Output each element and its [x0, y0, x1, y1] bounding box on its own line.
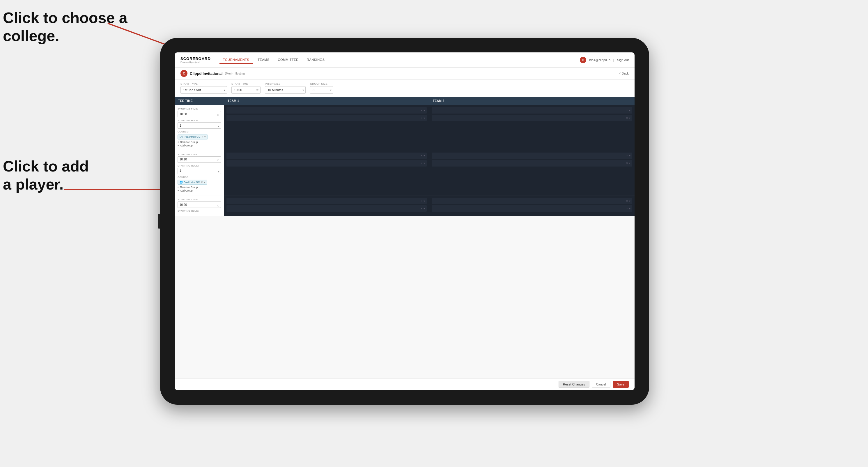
- player-slot-x-3-2[interactable]: ×: [421, 162, 422, 165]
- team1-cell-1: × ▾ × ▾: [224, 105, 429, 150]
- add-group-btn-1[interactable]: + Add Group: [178, 144, 221, 147]
- starting-time-input-wrap-3: ⏱: [178, 201, 221, 210]
- add-group-btn-2[interactable]: + Add Group: [178, 189, 221, 192]
- player-slot-arrow-1-2[interactable]: ▾: [424, 117, 425, 120]
- course-tag-expand-2[interactable]: ▾: [204, 181, 205, 184]
- player-slot-2-1[interactable]: × ▾: [432, 107, 632, 114]
- nav-links: TOURNAMENTS TEAMS COMMITTEE RANKINGS: [219, 56, 580, 64]
- player-slot-2-2[interactable]: × ▾: [432, 115, 632, 121]
- save-button[interactable]: Save: [613, 381, 629, 388]
- player-slot-x-1-2[interactable]: ×: [421, 117, 422, 120]
- player-slot-arrow-5-1[interactable]: ▾: [424, 199, 425, 203]
- player-slot-x-5-1[interactable]: ×: [421, 199, 422, 203]
- player-slot-arrow-6-1[interactable]: ▾: [629, 199, 630, 203]
- course-tag-expand-1[interactable]: ▾: [204, 135, 206, 138]
- tee-time-left-3: STARTING TIME: ⏱ STARTING HOLE:: [175, 195, 224, 216]
- remove-group-label-1: Remove Group: [180, 141, 198, 144]
- course-tag-remove-2[interactable]: ×: [201, 181, 203, 184]
- starting-hole-select-wrap-2: 1: [178, 168, 221, 176]
- user-avatar: B: [580, 57, 586, 63]
- brand: SCOREBOARD Powered by clippd: [181, 57, 211, 63]
- nav-committee[interactable]: COMMITTEE: [275, 56, 302, 64]
- team2-cell-1: × ▾ × ▾: [429, 105, 634, 150]
- annotation-bottom: Click to add a player.: [3, 157, 89, 194]
- intervals-select-wrap: 10 Minutes: [265, 86, 306, 94]
- main-content[interactable]: STARTING TIME: ⏱ STARTING HOLE: 1 COURSE…: [175, 105, 634, 378]
- course-tags-1: (A) Peachtree GC × ▾: [178, 134, 221, 141]
- player-slot-6-2[interactable]: × ▾: [432, 205, 632, 212]
- player-slot-x-2-2[interactable]: ×: [626, 117, 628, 120]
- tournament-gender: (Men): [225, 72, 232, 75]
- tablet-shell: SCOREBOARD Powered by clippd TOURNAMENTS…: [160, 38, 649, 405]
- footer-bar: Reset Changes Cancel Save: [175, 378, 634, 390]
- group-size-select[interactable]: 3: [310, 86, 333, 94]
- player-slot-6-1[interactable]: × ▾: [432, 198, 632, 204]
- course-tag-remove-1[interactable]: ×: [202, 135, 204, 138]
- clock-icon: ⏱: [256, 89, 259, 91]
- intervals-select[interactable]: 10 Minutes: [265, 86, 306, 94]
- starting-hole-select-1[interactable]: 1: [178, 122, 221, 129]
- team2-cell-2: × ▾ × ▾: [429, 150, 634, 195]
- player-slot-arrow-4-2[interactable]: ▾: [629, 162, 630, 165]
- player-slot-arrow-6-2[interactable]: ▾: [629, 207, 630, 210]
- starting-time-input-3[interactable]: [178, 201, 221, 208]
- starting-time-input-1[interactable]: [178, 111, 221, 117]
- remove-group-btn-1[interactable]: ○ Remove Group: [178, 141, 221, 144]
- starting-time-input-2[interactable]: [178, 156, 221, 163]
- remove-group-label-2: Remove Group: [180, 186, 198, 189]
- player-slot-1-2[interactable]: × ▾: [226, 115, 427, 121]
- player-slot-4-2[interactable]: × ▾: [432, 160, 632, 166]
- tournament-hosting: Hosting: [235, 72, 245, 75]
- nav-tournaments[interactable]: TOURNAMENTS: [219, 56, 253, 64]
- tee-time-row-1: STARTING TIME: ⏱ STARTING HOLE: 1 COURSE…: [175, 105, 634, 150]
- start-type-select[interactable]: 1st Tee Start: [181, 86, 227, 94]
- tournament-logo: C: [181, 70, 187, 77]
- annotation-top: Click to choose a college.: [3, 9, 127, 45]
- player-slot-3-1[interactable]: × ▾: [226, 153, 427, 159]
- player-slot-x-1-1[interactable]: ×: [421, 109, 422, 112]
- player-slot-arrow-3-1[interactable]: ▾: [424, 154, 425, 157]
- player-slot-3-2[interactable]: × ▾: [226, 160, 427, 166]
- player-slot-arrow-5-2[interactable]: ▾: [424, 207, 425, 210]
- player-slot-5-2[interactable]: × ▾: [226, 205, 427, 212]
- annotation-bottom-line1: Click to add: [3, 158, 89, 175]
- player-slot-1-1[interactable]: × ▾: [226, 107, 427, 114]
- nav-rankings[interactable]: RANKINGS: [303, 56, 328, 64]
- back-button[interactable]: < Back: [619, 72, 629, 75]
- add-group-label-2: Add Group: [180, 189, 193, 192]
- starting-time-input-wrap-2: ⏱: [178, 156, 221, 164]
- tablet-side-button[interactable]: [158, 214, 160, 228]
- player-slot-x-5-2[interactable]: ×: [421, 207, 422, 210]
- player-slot-arrow-2-2[interactable]: ▾: [629, 117, 630, 120]
- nav-teams[interactable]: TEAMS: [254, 56, 273, 64]
- clock-icon-3: ⏱: [217, 204, 219, 207]
- player-slot-arrow-3-2[interactable]: ▾: [424, 162, 425, 165]
- player-slot-arrow-4-1[interactable]: ▾: [629, 154, 630, 157]
- player-slot-5-1[interactable]: × ▾: [226, 198, 427, 204]
- table-header: Tee Time Team 1 Team 2: [175, 97, 634, 105]
- cancel-button[interactable]: Cancel: [592, 381, 610, 388]
- player-slot-4-1[interactable]: × ▾: [432, 153, 632, 159]
- player-slot-x-2-1[interactable]: ×: [626, 109, 628, 112]
- player-slot-x-4-1[interactable]: ×: [626, 154, 628, 157]
- reset-button[interactable]: Reset Changes: [559, 381, 589, 388]
- start-time-label: Start Time: [231, 83, 260, 85]
- add-group-label-1: Add Group: [180, 144, 193, 147]
- start-type-label: Start Type: [181, 83, 227, 85]
- user-email: blair@clippd.io: [589, 58, 610, 62]
- player-slot-arrow-2-1[interactable]: ▾: [629, 109, 630, 112]
- annotation-bottom-line2: a player.: [3, 176, 63, 193]
- sub-header: C Clippd Invitational (Men) Hosting < Ba…: [175, 67, 634, 80]
- starting-hole-select-2[interactable]: 1: [178, 168, 221, 174]
- sign-out-link[interactable]: Sign out: [617, 58, 629, 62]
- team1-cell-2: × ▾ × ▾: [224, 150, 429, 195]
- remove-group-btn-2[interactable]: ○ Remove Group: [178, 186, 221, 189]
- start-time-input-wrap: ⏱: [231, 86, 260, 94]
- player-slot-arrow-1-1[interactable]: ▾: [424, 109, 425, 112]
- group-size-label: Group Size: [310, 83, 333, 85]
- player-slot-x-4-2[interactable]: ×: [626, 162, 628, 165]
- player-slot-x-6-1[interactable]: ×: [626, 199, 628, 203]
- tee-time-left-1: STARTING TIME: ⏱ STARTING HOLE: 1 COURSE…: [175, 105, 224, 150]
- player-slot-x-3-1[interactable]: ×: [421, 154, 422, 157]
- player-slot-x-6-2[interactable]: ×: [626, 207, 628, 210]
